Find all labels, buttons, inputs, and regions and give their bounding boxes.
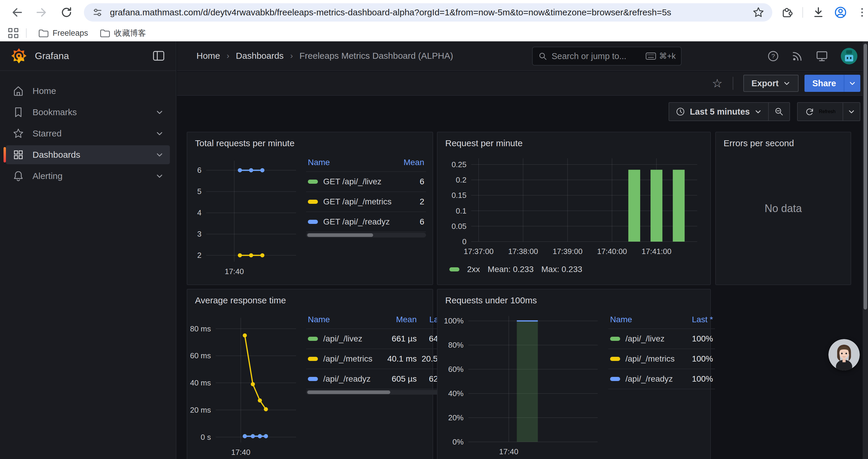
legend-header-name[interactable]: Name	[308, 158, 392, 167]
share-button[interactable]: Share	[804, 75, 860, 92]
legend-series-name: 2xx	[467, 265, 480, 274]
news-rss-icon[interactable]	[791, 50, 804, 62]
refresh-interval-dropdown[interactable]	[843, 103, 860, 121]
favorite-star-icon[interactable]: ☆	[712, 76, 723, 90]
bookmarks-bar: Freeleaps 收藏博客	[0, 25, 868, 41]
apps-grid-icon[interactable]	[8, 28, 18, 38]
search-shortcut: ⌘+k	[646, 52, 676, 61]
sidebar-item-home[interactable]: Home	[6, 81, 170, 100]
legend-scrollbar[interactable]	[306, 233, 426, 237]
share-dropdown-button[interactable]	[844, 75, 860, 92]
zoom-out-button[interactable]	[768, 103, 789, 121]
legend-row[interactable]: GET /api/_/readyz 6	[306, 211, 426, 232]
url-text[interactable]: grafana.mathmast.com/d/deytv4rwavabkb/fr…	[110, 7, 747, 18]
forward-button[interactable]	[32, 3, 52, 22]
svg-text:20 ms: 20 ms	[190, 405, 211, 415]
legend-row[interactable]: /api/_/readyz 605 µs 620	[306, 369, 445, 389]
bookmarks-divider	[26, 28, 27, 38]
legend-row[interactable]: /api/_/metrics 40.1 ms 20.5 r	[306, 349, 445, 369]
monitor-icon[interactable]	[815, 50, 829, 63]
download-icon[interactable]	[812, 6, 825, 19]
svg-text:2: 2	[197, 251, 202, 260]
help-icon[interactable]: ?	[767, 50, 779, 62]
bookmark-folder-freeleaps[interactable]: Freeleaps	[38, 28, 88, 38]
breadcrumb-home[interactable]: Home	[196, 51, 220, 61]
back-button[interactable]	[7, 3, 27, 22]
sidebar-item-alerting[interactable]: Alerting	[6, 167, 170, 186]
legend-line[interactable]: 2xx Mean: 0.233 Max: 0.233	[438, 261, 710, 274]
series-color-pill	[610, 377, 620, 381]
back-icon	[10, 6, 24, 19]
bookmark-icon	[12, 106, 24, 118]
panel-title[interactable]: Errors per second	[716, 132, 850, 150]
search-input[interactable]: Search or jump to... ⌘+k	[532, 47, 682, 66]
series-color-pill	[610, 357, 620, 361]
menu-dots-icon[interactable]	[856, 6, 868, 19]
avatar-image	[829, 339, 860, 370]
breadcrumb-dashboards[interactable]: Dashboards	[236, 51, 284, 61]
chevron-down-icon[interactable]	[156, 172, 163, 180]
legend-row[interactable]: /api/_/livez 100%	[608, 328, 715, 349]
panel-average-response-time[interactable]: Average response time 17:400 s20 ms40 ms…	[187, 289, 433, 459]
export-button[interactable]: Export	[743, 75, 799, 92]
panel-title[interactable]: Average response time	[187, 290, 433, 307]
toolbar-divider	[733, 77, 733, 90]
brand-title[interactable]: Grafana	[35, 51, 152, 61]
bookmark-folder-blogs[interactable]: 收藏博客	[99, 28, 146, 38]
svg-text:40%: 40%	[448, 389, 464, 398]
refresh-icon	[805, 107, 814, 117]
panel-title[interactable]: Total requests per minute	[187, 132, 433, 150]
series-color-pill	[610, 337, 620, 341]
collapse-sidebar-icon[interactable]	[152, 49, 165, 62]
legend-table: Name Mean GET /api/_/livez 6 GET /api/_/…	[306, 158, 426, 280]
sidebar-item-starred[interactable]: Starred	[6, 124, 170, 143]
chevron-down-icon[interactable]	[156, 108, 163, 116]
bookmark-star-button[interactable]	[752, 6, 765, 19]
panel-total-requests-per-minute[interactable]: Total requests per minute 17:4023456 Nam…	[187, 132, 433, 285]
legend-row[interactable]: GET /api/_/metrics 2	[306, 191, 426, 211]
breadcrumb: Home › Dashboards › Freeleaps Metrics Da…	[196, 51, 453, 61]
profile-icon[interactable]	[834, 6, 847, 19]
panel-errors-per-second[interactable]: Errors per second No data	[715, 132, 851, 285]
legend-table: Name Last * /api/_/livez 100% /api/_/met…	[608, 315, 715, 459]
legend-header-mean[interactable]: Mean	[373, 315, 417, 324]
chevron-down-icon[interactable]	[156, 130, 163, 137]
floating-user-avatar[interactable]	[829, 339, 860, 370]
legend-row[interactable]: /api/_/livez 661 µs 646	[306, 328, 445, 349]
legend-header-mean[interactable]: Mean	[392, 158, 424, 167]
extensions-icon[interactable]	[780, 6, 794, 19]
url-bar[interactable]: grafana.mathmast.com/d/deytv4rwavabkb/fr…	[84, 3, 772, 22]
panel-request-per-minute[interactable]: Request per minute 17:37:0017:38:0017:39…	[437, 132, 711, 285]
search-icon	[538, 52, 548, 61]
time-range-picker[interactable]: Last 5 minutes	[669, 102, 790, 121]
svg-text:40 ms: 40 ms	[190, 379, 211, 387]
svg-text:17:38:00: 17:38:00	[508, 247, 538, 256]
refresh-picker[interactable]: Refresh	[797, 102, 860, 121]
legend-row[interactable]: /api/_/readyz 100%	[608, 369, 715, 389]
legend-mean: Mean: 0.233	[488, 265, 534, 274]
sidebar-item-dashboards[interactable]: Dashboards	[6, 145, 170, 164]
panel-title[interactable]: Requests under 100ms	[438, 290, 710, 307]
legend-header-name[interactable]: Name	[610, 315, 675, 324]
legend-table: Name Mean Las /api/_/livez 661 µs 646 /a…	[306, 315, 445, 459]
scrollbar-thumb[interactable]	[864, 44, 867, 309]
legend-row[interactable]: /api/_/metrics 100%	[608, 349, 715, 369]
sidebar-item-label: Bookmarks	[32, 107, 156, 117]
chevron-down-icon[interactable]	[156, 151, 163, 159]
legend-scrollbar[interactable]	[306, 390, 445, 395]
svg-text:5: 5	[197, 187, 202, 196]
user-avatar[interactable]	[840, 47, 858, 65]
reload-button[interactable]	[57, 3, 76, 22]
legend-header-last[interactable]: Last *	[675, 315, 713, 324]
panel-title[interactable]: Request per minute	[438, 132, 710, 150]
breadcrumb-separator: ›	[226, 51, 229, 61]
legend-header-name[interactable]: Name	[308, 315, 373, 324]
grafana-logo[interactable]	[11, 47, 27, 64]
sidebar-item-bookmarks[interactable]: Bookmarks	[6, 103, 170, 122]
legend-row[interactable]: GET /api/_/livez 6	[306, 171, 426, 191]
page-scrollbar[interactable]	[863, 41, 868, 459]
panel-requests-under-100ms[interactable]: Requests under 100ms 17:400%20%40%60%80%…	[437, 289, 711, 459]
series-color-pill	[308, 220, 318, 224]
chevron-down-icon	[754, 108, 762, 115]
site-info-icon[interactable]	[92, 6, 103, 18]
